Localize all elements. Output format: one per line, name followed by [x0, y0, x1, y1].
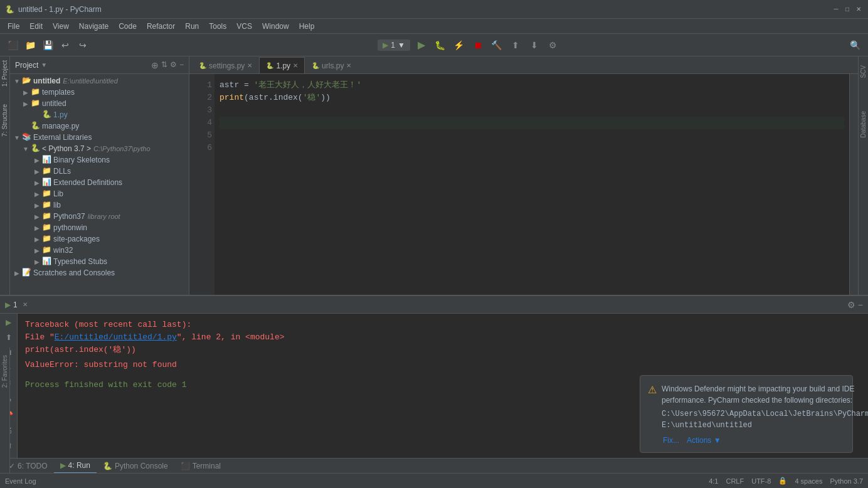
tree-item-python37[interactable]: ▼ 🐍 < Python 3.7 > C:\Python37\pytho [10, 143, 189, 154]
rerun-button[interactable]: ▶ [3, 316, 15, 329]
menu-edit[interactable]: Edit [24, 21, 48, 32]
tree-item-win32[interactable]: ▶ 📁 win32 [10, 245, 189, 256]
run-area: ▶ 1 ▼ ▶ 🐛 ⚡ ⏹ 🔨 ⬆ ⬇ ⚙ [378, 38, 561, 53]
toolbar-btn-3[interactable]: 💾 [40, 38, 55, 53]
menu-file[interactable]: File [3, 21, 24, 32]
sdk-icon: 🐍 [30, 144, 40, 154]
project-add-icon[interactable]: ⊕ [151, 60, 159, 70]
scv-label[interactable]: SCV [859, 61, 867, 82]
crlf-indicator[interactable]: CRLF [726, 477, 744, 485]
tree-item-extended-defs[interactable]: ▶ 📊 Extended Definitions [10, 177, 189, 188]
tree-item-managepy[interactable]: 🐍 manage.py [10, 120, 189, 132]
code-editor[interactable]: astr = '老王大好人，人好大老王！' print(astr.index('… [214, 74, 849, 295]
run-coverage-button[interactable]: ⚡ [452, 38, 467, 53]
project-hide-icon[interactable]: − [179, 60, 184, 70]
actions-dropdown[interactable]: Actions ▼ [687, 436, 721, 445]
menu-navigate[interactable]: Navigate [74, 21, 114, 32]
run-tab-label: 1 [13, 300, 18, 309]
menu-vcs[interactable]: VCS [231, 21, 257, 32]
run-config-selector[interactable]: ▶ 1 ▼ [378, 40, 410, 51]
project-tree: ▼ 📂 untitled E:\untitled\untitled ▶ 📁 te… [10, 74, 189, 295]
project-collapse-icon[interactable]: ⇅ [161, 60, 167, 70]
scroll-up-button[interactable]: ⬆ [3, 331, 15, 344]
run-tab[interactable]: ▶ 1 ✕ [5, 300, 28, 309]
tree-item-templates[interactable]: ▶ 📁 templates [10, 87, 189, 98]
python-version[interactable]: Python 3.7 [830, 477, 863, 485]
menu-run[interactable]: Run [180, 21, 204, 32]
traceback-header: Traceback (most recent call last): [25, 319, 860, 331]
menu-refactor[interactable]: Refactor [142, 21, 180, 32]
menu-code[interactable]: Code [114, 21, 142, 32]
tree-item-lib-lower[interactable]: ▶ 📁 lib [10, 199, 189, 211]
tree-arrow: ▶ [33, 191, 41, 198]
notification-popup: ⚠ Windows Defender might be impacting yo… [640, 375, 853, 453]
tab-run[interactable]: ▶ 4: Run [54, 459, 97, 474]
favorites-label[interactable]: 2: Favorites [1, 353, 9, 390]
toolbar-btn-1[interactable]: ⬛ [5, 38, 20, 53]
file-link[interactable]: E:/untitled/untitled/1.py [55, 332, 177, 342]
tab-urls-py[interactable]: 🐍 urls.py ✕ [305, 57, 358, 73]
encoding-indicator[interactable]: UTF-8 [751, 477, 771, 485]
update-button[interactable]: ⬇ [527, 38, 542, 53]
build-button[interactable]: 🔨 [489, 38, 504, 53]
indent-indicator[interactable]: 4 spaces [795, 477, 822, 485]
tab-1py-close[interactable]: ✕ [293, 62, 298, 69]
main-area: 1: Project 7: Structure Project ▼ ⊕ ⇅ ⚙ … [0, 56, 868, 295]
tab-settings-py[interactable]: 🐍 settings.py ✕ [192, 57, 259, 73]
close-button[interactable]: ✕ [854, 5, 863, 14]
code-line-5 [220, 129, 844, 142]
tree-item-python37-root[interactable]: ▶ 📁 Python37 library root [10, 211, 189, 222]
maximize-button[interactable]: □ [843, 5, 852, 14]
structure-sidebar-label[interactable]: 7: Structure [1, 102, 9, 139]
run-settings-icon[interactable]: ⚙ [847, 300, 855, 310]
settings-button[interactable]: ⚙ [546, 38, 561, 53]
project-sidebar-label[interactable]: 1: Project [1, 58, 9, 89]
toolbar-btn-2[interactable]: 📁 [23, 38, 38, 53]
menu-view[interactable]: View [48, 21, 74, 32]
search-everywhere-button[interactable]: 🔍 [848, 38, 863, 53]
code-line-1: astr = '老王大好人，人好大老王！' [220, 79, 844, 92]
tab-1py[interactable]: 🐍 1.py ✕ [259, 57, 305, 73]
tab-python-console[interactable]: 🐍 Python Console [97, 459, 174, 474]
tree-item-scratches[interactable]: ▶ 📝 Scratches and Consoles [10, 267, 189, 278]
project-dropdown-button[interactable]: Project ▼ [15, 61, 47, 70]
run-button[interactable]: ▶ [414, 38, 429, 53]
menu-tools[interactable]: Tools [204, 21, 231, 32]
tab-terminal[interactable]: ⬛ Terminal [174, 459, 227, 474]
favorites-bar: 2: Favorites [0, 347, 10, 473]
project-settings-icon[interactable]: ⚙ [170, 60, 177, 70]
tree-arrow: ▶ [33, 202, 41, 209]
toolbar-btn-4[interactable]: ↩ [58, 38, 73, 53]
tab-1py-icon: 🐍 [266, 62, 273, 69]
library-icon: 📚 [21, 132, 31, 142]
minimize-button[interactable]: ─ [832, 5, 840, 14]
notification-paths: C:\Users\95672\AppData\Local\JetBrains\P… [662, 408, 868, 431]
stop-button[interactable]: ⏹ [470, 38, 485, 53]
tree-item-1py[interactable]: 🐍 1.py [10, 109, 189, 120]
debug-button[interactable]: 🐛 [433, 38, 448, 53]
editor-scrollbar[interactable] [849, 74, 858, 295]
commit-button[interactable]: ⬆ [508, 38, 523, 53]
database-label[interactable]: Database [859, 107, 867, 142]
fix-link[interactable]: Fix... [663, 436, 679, 445]
tree-item-typeshed[interactable]: ▶ 📊 Typeshed Stubs [10, 256, 189, 267]
tree-item-binary-skeletons[interactable]: ▶ 📊 Binary Skeletons [10, 154, 189, 166]
toolbar-btn-5[interactable]: ↪ [75, 38, 90, 53]
tree-item-untitled-sub[interactable]: ▶ 📁 untitled [10, 98, 189, 109]
menu-window[interactable]: Window [257, 21, 294, 32]
run-tab-close[interactable]: ✕ [23, 301, 28, 308]
tree-item-pythonwin[interactable]: ▶ 📁 pythonwin [10, 222, 189, 233]
tab-todo[interactable]: ✓ 6: TODO [3, 459, 54, 474]
tab-urls-close[interactable]: ✕ [346, 62, 351, 69]
menu-help[interactable]: Help [294, 21, 320, 32]
tree-item-lib-cap[interactable]: ▶ 📁 Lib [10, 188, 189, 199]
tree-item-external-libs[interactable]: ▼ 📚 External Libraries [10, 132, 189, 143]
tab-1py-label: 1.py [276, 61, 290, 70]
tree-item-dlls[interactable]: ▶ 📁 DLLs [10, 166, 189, 177]
tree-item-root-untitled[interactable]: ▼ 📂 untitled E:\untitled\untitled [10, 75, 189, 87]
tree-item-site-packages[interactable]: ▶ 📁 site-packages [10, 233, 189, 245]
run-minimize-icon[interactable]: − [858, 300, 863, 310]
line-col-indicator[interactable]: 4:1 [709, 477, 718, 485]
event-log-link[interactable]: Event Log [5, 477, 36, 485]
tab-settings-close[interactable]: ✕ [247, 62, 252, 69]
